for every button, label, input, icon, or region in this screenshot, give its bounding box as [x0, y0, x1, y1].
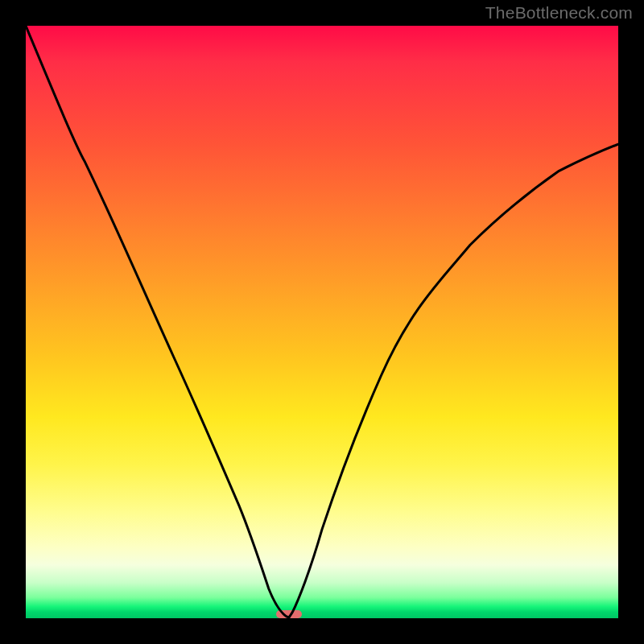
watermark-label: TheBottleneck.com: [485, 3, 633, 23]
plot-area: [26, 26, 618, 618]
bottleneck-curve: [26, 26, 618, 617]
curve-layer: [26, 26, 618, 618]
chart-frame: TheBottleneck.com: [0, 0, 644, 644]
